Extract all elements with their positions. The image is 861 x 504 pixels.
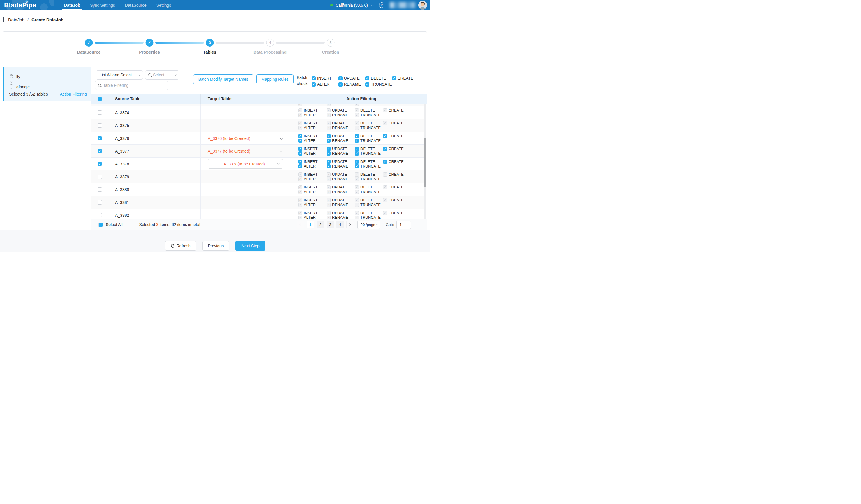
batch-action-update[interactable]: ✓UPDATE [339, 76, 365, 80]
refresh-button[interactable]: Refresh [165, 241, 196, 250]
goto-page-input[interactable] [396, 220, 411, 229]
mapping-rules-button[interactable]: Mapping Rules [256, 74, 293, 84]
database-icon [9, 84, 14, 89]
target-table-select[interactable]: A_3378(to be Created) [208, 159, 283, 169]
batch-action-truncate[interactable]: ✓TRUNCATE [365, 82, 392, 86]
target-table-value[interactable]: A_3376 (to be Created) [208, 136, 250, 141]
action-update: ✓UPDATE [327, 210, 355, 215]
nav-tab-sync-settings[interactable]: Sync Settings [85, 0, 120, 10]
action-alter[interactable]: ✓ALTER [298, 138, 327, 143]
batch-action-insert[interactable]: ✓INSERT [312, 76, 339, 80]
pagination-page-4[interactable]: 4 [337, 221, 344, 228]
chevron-down-icon[interactable] [371, 4, 373, 6]
action-truncate: ✓TRUNCATE [355, 203, 383, 207]
step-circle-datasource[interactable]: ✓ [85, 39, 93, 46]
sidebar-selected-group[interactable]: lly afanqie Selected 3 /62 Tables Action… [3, 67, 91, 101]
table-scrollbar[interactable] [424, 104, 426, 219]
nav-tab-settings[interactable]: Settings [151, 0, 176, 10]
checkbox-checked-icon: ✓ [365, 82, 369, 86]
action-truncate[interactable]: ✓TRUNCATE [355, 164, 383, 168]
action-create[interactable]: ✓CREATE [383, 159, 411, 164]
table-filter-box[interactable] [95, 81, 168, 90]
target-database-item[interactable]: afanqie [9, 84, 87, 90]
row-checkbox[interactable]: ✓ [98, 136, 102, 140]
action-truncate[interactable]: ✓TRUNCATE [355, 138, 383, 143]
next-step-button[interactable]: Next Step [235, 241, 265, 250]
logo[interactable]: BladePipe ⚙ [0, 0, 54, 10]
row-checkbox[interactable] [98, 200, 102, 205]
row-checkbox[interactable]: ✓ [98, 162, 102, 166]
batch-action-rename[interactable]: ✓RENAME [339, 82, 365, 86]
step-circle-creation[interactable]: 5 [327, 39, 335, 46]
action-create[interactable]: ✓CREATE [383, 134, 411, 138]
select-all-header-checkbox[interactable] [98, 97, 102, 101]
action-create[interactable]: ✓CREATE [383, 147, 411, 151]
page: BladePipe ⚙ DataJobSync SettingsDataSour… [0, 0, 430, 252]
nav-tab-datajob[interactable]: DataJob [59, 0, 85, 10]
action-rename[interactable]: ✓RENAME [327, 164, 355, 168]
action-rename: ✓RENAME [327, 113, 355, 117]
row-checkbox[interactable] [98, 123, 102, 127]
row-checkbox[interactable]: ✓ [98, 149, 102, 153]
step-circle-properties[interactable]: ✓ [146, 39, 153, 46]
action-rename[interactable]: ✓RENAME [327, 151, 355, 155]
list-mode-select[interactable]: List All and Select ... [96, 70, 143, 80]
pagination-prev-button[interactable] [297, 221, 304, 228]
scrollbar-thumb[interactable] [424, 137, 426, 187]
pagination-next-button[interactable] [346, 221, 354, 228]
checkbox-disabled-icon: ✓ [298, 198, 302, 202]
step-circle-data-processing[interactable]: 4 [266, 39, 274, 46]
help-icon[interactable]: ? [379, 2, 384, 8]
action-update[interactable]: ✓UPDATE [327, 159, 355, 164]
step-circle-tables[interactable]: 3 [206, 39, 214, 46]
checkbox-checked-icon: ✓ [339, 82, 343, 86]
action-insert[interactable]: ✓INSERT [298, 134, 327, 138]
action-update: ✓UPDATE [327, 108, 355, 112]
previous-button[interactable]: Previous [202, 241, 229, 250]
source-database-item[interactable]: lly [9, 74, 87, 80]
batch-action-alter[interactable]: ✓ALTER [312, 82, 339, 86]
action-alter[interactable]: ✓ALTER [298, 164, 327, 168]
nav-tab-datasource[interactable]: DataSource [120, 0, 151, 10]
batch-action-delete[interactable]: ✓DELETE [365, 76, 392, 80]
table-filter-input[interactable] [103, 83, 165, 88]
row-checkbox[interactable] [98, 110, 102, 115]
checkbox-checked-icon: ✓ [365, 76, 369, 80]
batch-action-create[interactable]: ✓CREATE [392, 76, 419, 80]
row-checkbox[interactable] [98, 187, 102, 192]
action-update[interactable]: ✓UPDATE [327, 147, 355, 151]
action-delete[interactable]: ✓DELETE [355, 134, 383, 138]
select-all-checkbox[interactable] [98, 222, 103, 227]
batch-modify-target-names-button[interactable]: Batch Modify Target Names [193, 74, 254, 84]
batch-check-label: Batch check [297, 74, 308, 87]
action-filtering-link[interactable]: Action Filtering [60, 92, 87, 96]
pagination-page-1[interactable]: 1 [307, 221, 314, 228]
action-update: ✓UPDATE [327, 172, 355, 177]
action-rename[interactable]: ✓RENAME [327, 138, 355, 143]
action-insert[interactable]: ✓INSERT [298, 147, 327, 151]
avatar[interactable] [418, 1, 427, 10]
breadcrumb-datajob[interactable]: DataJob [8, 17, 25, 22]
page-size-select[interactable]: 20 /page [357, 220, 380, 229]
chevron-down-icon[interactable] [280, 149, 283, 152]
checkbox-disabled-icon: ✓ [298, 216, 302, 219]
column-select[interactable]: Select [145, 70, 179, 80]
target-table-value[interactable]: A_3377 (to be Created) [208, 149, 250, 153]
row-checkbox[interactable] [98, 213, 102, 217]
action-delete[interactable]: ✓DELETE [355, 147, 383, 151]
action-delete[interactable]: ✓DELETE [355, 159, 383, 164]
checkbox-disabled-icon: ✓ [298, 203, 302, 207]
pagination-page-3[interactable]: 3 [327, 221, 334, 228]
action-filtering-cell: ✓INSERT✓UPDATE✓DELETE✓CREATE✓ALTER✓RENAM… [290, 132, 424, 145]
checkbox-checked-icon: ✓ [327, 160, 331, 164]
row-checkbox[interactable] [98, 175, 102, 179]
action-alter[interactable]: ✓ALTER [298, 151, 327, 155]
action-insert[interactable]: ✓INSERT [298, 159, 327, 164]
chevron-down-icon[interactable] [280, 137, 283, 139]
action-update[interactable]: ✓UPDATE [327, 134, 355, 138]
action-truncate[interactable]: ✓TRUNCATE [355, 151, 383, 155]
pagination-page-2[interactable]: 2 [317, 221, 324, 228]
chevron-down-icon [174, 73, 176, 76]
status-dot-icon [330, 4, 333, 6]
region-selector[interactable]: California (v0.6.0) [336, 3, 368, 8]
